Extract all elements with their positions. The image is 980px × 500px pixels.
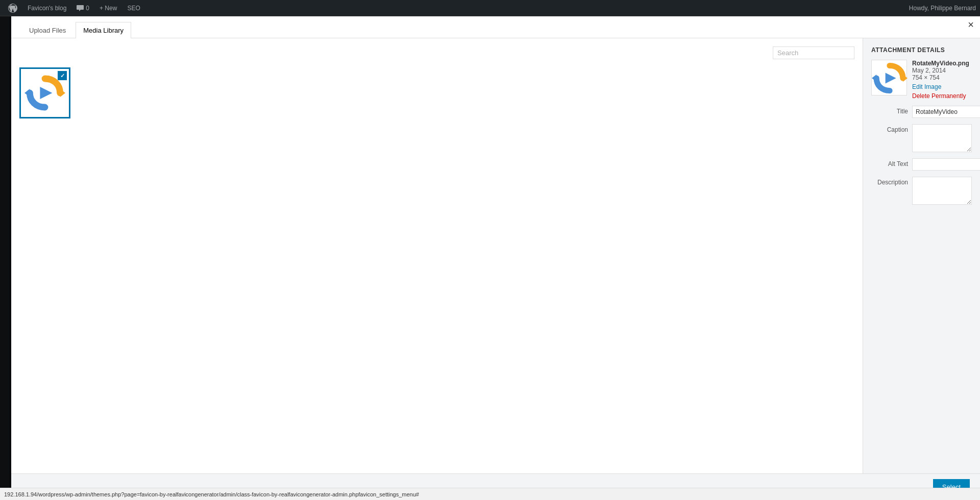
attachment-details-title: ATTACHMENT DETAILS [871, 46, 972, 54]
alt-text-field: Alt Text [871, 158, 972, 171]
seo-item[interactable]: SEO [123, 3, 144, 14]
svg-marker-5 [886, 73, 896, 84]
media-grid: ✓ [19, 67, 854, 118]
tab-media-library[interactable]: Media Library [76, 22, 131, 38]
user-greeting: Howdy, Philippe Bernard [909, 5, 976, 12]
media-toolbar [19, 46, 854, 59]
modal-close-button[interactable]: × [962, 15, 980, 34]
caption-textarea[interactable] [912, 124, 972, 152]
media-item[interactable]: ✓ [19, 67, 70, 118]
status-bar: 192.168.1.94/wordpress/wp-admin/themes.p… [0, 488, 980, 500]
title-input[interactable] [912, 106, 980, 118]
alt-text-label: Alt Text [871, 158, 908, 168]
description-field: Description [871, 177, 972, 205]
description-label: Description [871, 177, 908, 186]
site-name-label: Favicon's blog [28, 5, 66, 12]
svg-marker-2 [40, 87, 52, 99]
modal-body: ✓ ATTACHMENT DETAILS Ro [11, 38, 980, 473]
attachment-info: RotateMyVideo.png May 2, 2014 754 × 754 … [912, 60, 972, 100]
wordpress-icon [8, 4, 17, 13]
tab-upload-files[interactable]: Upload Files [21, 22, 74, 38]
new-item[interactable]: + New [95, 3, 121, 14]
admin-bar: Favicon's blog 0 + New SEO Howdy, Philip… [0, 0, 980, 16]
media-grid-area: ✓ [11, 38, 863, 473]
comment-icon [77, 5, 84, 11]
attachment-thumb [871, 60, 907, 96]
title-label: Title [871, 106, 908, 115]
alt-text-input[interactable] [912, 158, 980, 171]
attachment-dimensions: 754 × 754 [912, 74, 972, 81]
attachment-preview: RotateMyVideo.png May 2, 2014 754 × 754 … [871, 60, 972, 100]
media-modal: × Upload Files Media Library [11, 15, 980, 500]
attachment-date: May 2, 2014 [912, 67, 972, 74]
comments-item[interactable]: 0 [72, 3, 93, 14]
attachment-filename: RotateMyVideo.png [912, 60, 972, 67]
caption-field: Caption [871, 124, 972, 152]
status-url: 192.168.1.94/wordpress/wp-admin/themes.p… [4, 491, 419, 497]
delete-permanently-link[interactable]: Delete Permanently [912, 92, 972, 100]
admin-bar-items: Favicon's blog 0 + New SEO [4, 2, 909, 15]
comment-count: 0 [86, 5, 89, 12]
modal-tabs: Upload Files Media Library [11, 15, 980, 38]
edit-image-link[interactable]: Edit Image [912, 83, 972, 90]
close-icon: × [968, 19, 974, 31]
description-textarea[interactable] [912, 177, 972, 205]
site-name-item[interactable]: Favicon's blog [23, 3, 70, 14]
attachment-details-panel: ATTACHMENT DETAILS RotateMyVideo.png May… [863, 38, 980, 473]
wp-logo-item[interactable] [4, 2, 21, 15]
search-input[interactable] [773, 46, 854, 59]
title-field: Title [871, 106, 972, 118]
caption-label: Caption [871, 124, 908, 133]
attachment-thumb-icon [872, 60, 908, 96]
media-item-selected-indicator: ✓ [58, 71, 67, 80]
